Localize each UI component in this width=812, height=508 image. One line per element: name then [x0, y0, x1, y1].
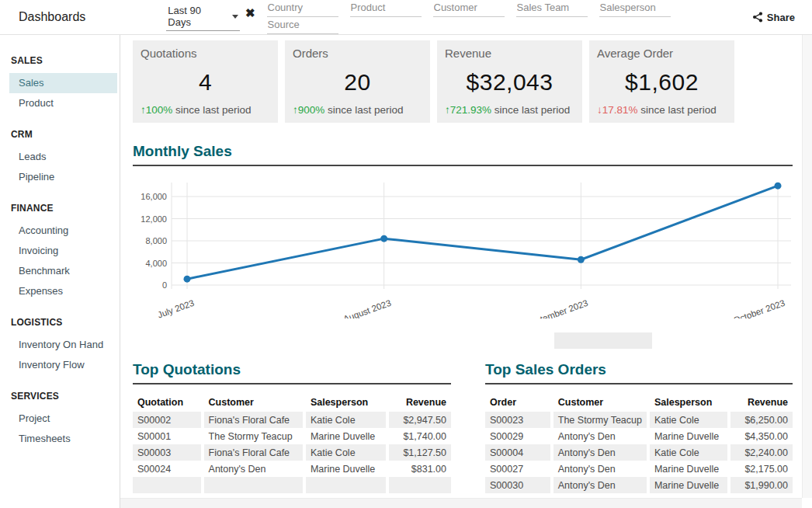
tables-row: Top Quotations QuotationCustomerSalesper… — [133, 361, 812, 508]
table-cell: Marine Duvelle — [650, 477, 727, 493]
sidebar-section-logistics: LOGISTICSInventory On HandInventory Flow — [0, 317, 120, 375]
record-link[interactable]: S00023 — [485, 412, 550, 428]
filter-input-source[interactable] — [267, 17, 338, 34]
sidebar-item-pipeline[interactable]: Pipeline — [9, 167, 117, 187]
filter-input-product[interactable] — [350, 0, 422, 17]
sidebar-item-accounting[interactable]: Accounting — [9, 221, 117, 241]
sidebar-section-title: LOGISTICS — [11, 317, 120, 328]
table-cell: Antony's Den — [553, 477, 647, 493]
record-link[interactable]: S00030 — [485, 477, 550, 493]
table-cell: Katie Cole — [306, 412, 386, 428]
table-cell: $1,990.00 — [730, 477, 793, 493]
svg-text:September 2023: September 2023 — [524, 298, 589, 318]
sidebar-item-expenses[interactable]: Expenses — [9, 281, 117, 301]
chart-hscroll-thumb[interactable] — [554, 332, 652, 349]
share-label: Share — [767, 12, 795, 23]
table-cell: The Stormy Teacup — [204, 428, 303, 444]
sidebar-item-timesheets[interactable]: Timesheets — [9, 429, 117, 449]
record-link[interactable]: S00003 — [133, 444, 201, 461]
kpi-value: $1,602 — [597, 69, 727, 96]
svg-text:8,000: 8,000 — [145, 236, 167, 245]
share-button[interactable]: Share — [752, 12, 795, 23]
kpi-value: $32,043 — [445, 69, 574, 96]
sidebar-item-inventory-on-hand[interactable]: Inventory On Hand — [9, 335, 117, 355]
table-row: S00029Antony's DenMarine Duvelle$4,350.0… — [485, 428, 793, 444]
sidebar-item-benchmark[interactable]: Benchmark — [9, 261, 117, 281]
sidebar-item-product[interactable]: Product — [9, 93, 117, 113]
kpi-row: Quotations4↑100% since last periodOrders… — [133, 40, 812, 123]
share-icon — [752, 12, 763, 23]
column-header-customer: Customer — [553, 394, 647, 412]
table-row: S00003Fiona's Floral CafeKatie Cole$1,12… — [133, 444, 451, 461]
arrow-down-icon: ↓ — [597, 104, 602, 116]
sidebar-item-leads[interactable]: Leads — [9, 147, 117, 167]
filter-input-sales-team[interactable] — [516, 0, 588, 17]
record-link[interactable]: S00029 — [485, 428, 550, 444]
vertical-scrollbar[interactable] — [802, 35, 812, 498]
sidebar-section-crm: CRMLeadsPipeline — [0, 129, 120, 187]
kpi-card-average-order: Average Order$1,602↓17.81% since last pe… — [589, 40, 734, 123]
svg-text:July 2023: July 2023 — [156, 298, 195, 318]
column-header-quotation: Quotation — [133, 394, 201, 412]
filter-input-customer[interactable] — [433, 0, 505, 17]
svg-text:0: 0 — [162, 280, 167, 290]
table-row: S00001The Stormy TeacupMarine Duvelle$1,… — [133, 428, 451, 444]
table-cell: $831.00 — [389, 461, 451, 477]
record-link[interactable]: S00002 — [133, 412, 201, 428]
sidebar-section-services: SERVICESProjectTimesheets — [0, 391, 120, 449]
filter-input-salesperson[interactable] — [599, 0, 671, 17]
column-header-salesperson: Salesperson — [650, 394, 727, 412]
main-area: Quotations4↑100% since last periodOrders… — [120, 35, 812, 508]
kpi-title: Quotations — [141, 47, 270, 60]
sidebar-item-inventory-flow[interactable]: Inventory Flow — [9, 355, 117, 375]
kpi-card-revenue: Revenue$32,043↑721.93% since last period — [437, 40, 582, 123]
kpi-delta-percent: 100% — [146, 104, 173, 116]
filter-bar: Last 90 Days ✖ — [166, 0, 752, 34]
record-link[interactable]: S00001 — [133, 428, 201, 444]
kpi-delta: ↑100% since last period — [141, 104, 270, 116]
table-cell: The Stormy Teacup — [553, 412, 647, 428]
table-cell: Fiona's Floral Cafe — [204, 412, 303, 428]
table-row: S00030Antony's DenMarine Duvelle$1,990.0… — [485, 477, 793, 493]
table-row: S00004Antony's DenKatie Cole$2,240.00 — [485, 444, 793, 461]
table-cell: Antony's Den — [553, 428, 647, 444]
table-cell: Antony's Den — [553, 461, 647, 477]
filter-input-country[interactable] — [267, 0, 338, 17]
arrow-up-icon: ↑ — [445, 104, 450, 116]
kpi-delta-suffix: since last period — [324, 104, 403, 116]
sidebar-section-title: FINANCE — [11, 203, 120, 214]
svg-text:16,000: 16,000 — [141, 192, 167, 201]
record-link[interactable]: S00027 — [485, 461, 550, 477]
kpi-delta-percent: 900% — [298, 104, 325, 116]
table-cell: Antony's Den — [204, 461, 303, 477]
table-cell: Fiona's Floral Cafe — [204, 444, 303, 461]
kpi-delta: ↑721.93% since last period — [445, 104, 574, 116]
column-header-revenue: Revenue — [389, 394, 451, 412]
time-filter-dropdown[interactable]: Last 90 Days — [166, 3, 240, 31]
record-link[interactable]: S00024 — [133, 461, 201, 477]
kpi-delta: ↑900% since last period — [293, 104, 422, 116]
table-row: S00023The Stormy TeacupKatie Cole$6,250.… — [485, 412, 793, 428]
horizontal-scrollbar[interactable] — [120, 498, 802, 508]
kpi-delta-suffix: since last period — [172, 104, 251, 116]
sidebar-item-project[interactable]: Project — [9, 409, 117, 429]
top-bar: Dashboards Last 90 Days ✖ Share — [0, 0, 812, 35]
table-cell: $1,740.00 — [389, 428, 451, 444]
sidebar-section-title: SERVICES — [11, 391, 120, 402]
top-quotations-panel: Top Quotations QuotationCustomerSalesper… — [133, 361, 451, 508]
table-cell: Marine Duvelle — [306, 461, 386, 477]
kpi-delta-percent: 721.93% — [450, 104, 491, 116]
record-link[interactable]: S00004 — [485, 444, 550, 461]
time-filter-label: Last 90 Days — [168, 5, 227, 28]
clear-filter-icon[interactable]: ✖ — [245, 9, 255, 17]
table-cell: $4,350.00 — [730, 428, 793, 444]
sidebar-section-title: SALES — [11, 55, 120, 66]
top-sales-orders-title: Top Sales Orders — [485, 361, 793, 384]
monthly-sales-title: Monthly Sales — [133, 143, 793, 166]
sidebar-item-invoicing[interactable]: Invoicing — [9, 241, 117, 261]
table-header-row: OrderCustomerSalespersonRevenue — [485, 394, 793, 412]
sidebar-item-sales[interactable]: Sales — [9, 73, 117, 93]
table-cell: $6,250.00 — [730, 412, 793, 428]
kpi-delta-suffix: since last period — [491, 104, 570, 116]
monthly-sales-chart: 04,0008,00012,00016,000July 2023August 2… — [133, 172, 793, 322]
